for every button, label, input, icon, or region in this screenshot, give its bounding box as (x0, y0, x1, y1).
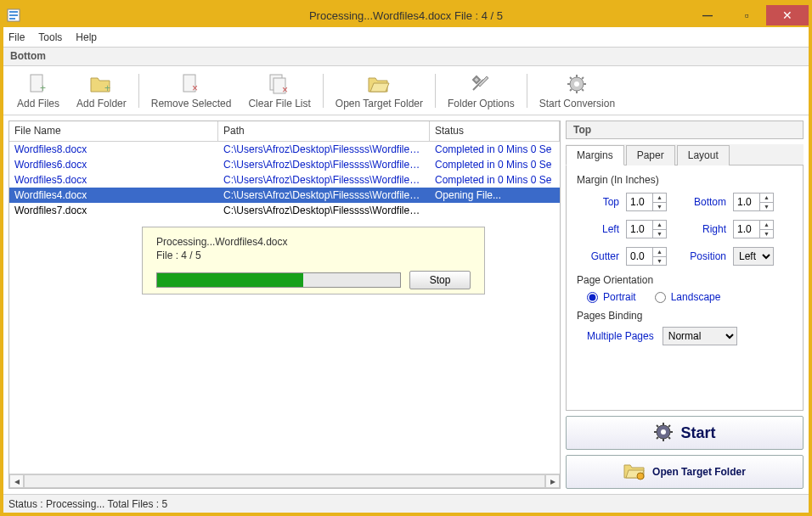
menu-file[interactable]: File (8, 31, 25, 43)
table-row[interactable]: Wordfiles7.docxC:\Users\Afroz\Desktop\Fi… (9, 203, 560, 218)
open-target-folder-big-button[interactable]: Open Target Folder (566, 455, 804, 489)
folder-open-icon (365, 72, 392, 96)
margin-right-label: Right (679, 223, 726, 235)
svg-line-18 (570, 77, 572, 79)
file-name-cell[interactable]: Wordfiles7.docx (9, 204, 218, 217)
gutter-position-select[interactable]: Left (733, 247, 774, 266)
margin-bottom-input[interactable]: ▲▼ (733, 193, 774, 211)
col-header-path[interactable]: Path (218, 121, 430, 141)
file-name-cell[interactable]: Wordfiles6.docx (9, 158, 218, 171)
file-status-cell: Completed in 0 Mins 0 Se (430, 173, 560, 187)
svg-line-20 (570, 89, 572, 91)
margin-gutter-label: Gutter (577, 250, 619, 262)
file-status-cell: Completed in 0 Mins 0 Se (430, 158, 560, 171)
margin-top-input[interactable]: ▲▼ (626, 193, 667, 211)
table-row[interactable]: Wordfiles8.docxC:\Users\Afroz\Desktop\Fi… (9, 142, 560, 157)
statusbar: Status : Processing... Total Files : 5 (3, 494, 809, 513)
margin-group-label: Margin (In Inches) (577, 174, 792, 186)
svg-point-13 (574, 81, 579, 87)
file-name-cell[interactable]: Wordfiles4.docx (9, 188, 218, 202)
file-name-cell[interactable]: Wordfiles8.docx (9, 143, 218, 156)
multiple-pages-label: Multiple Pages (587, 330, 654, 342)
svg-line-19 (582, 89, 584, 91)
grid-header: File Name Path Status (9, 121, 560, 142)
scroll-track[interactable] (24, 474, 545, 488)
multiple-pages-select[interactable]: Normal (663, 327, 737, 345)
gutter-position-label: Position (679, 250, 726, 262)
section-bottom-label: Bottom (3, 48, 809, 66)
remove-selected-button[interactable]: × Remove Selected (143, 70, 240, 111)
gear-icon (653, 422, 674, 445)
scroll-left-icon[interactable]: ◂ (9, 474, 24, 488)
binding-header: Pages Binding (577, 310, 792, 322)
file-name-cell[interactable]: Wordfiles5.docx (9, 173, 218, 187)
minimize-button[interactable]: — (688, 5, 727, 25)
grid-body: Wordfiles8.docxC:\Users\Afroz\Desktop\Fi… (9, 142, 560, 474)
popup-line2: File : 4 / 5 (156, 250, 471, 263)
file-remove-icon: × (178, 72, 205, 96)
folder-add-icon: + (87, 72, 115, 96)
progress-popup: Processing...Wordfiles4.docx File : 4 / … (142, 227, 485, 294)
col-header-name[interactable]: File Name (9, 121, 218, 141)
titlebar: Processing...Wordfiles4.docx File : 4 / … (3, 3, 809, 27)
start-button[interactable]: Start (566, 416, 804, 450)
file-grid: File Name Path Status Wordfiles8.docxC:\… (8, 121, 561, 489)
progress-bar (156, 272, 401, 288)
margin-left-input[interactable]: ▲▼ (626, 220, 667, 238)
file-path-cell: C:\Users\Afroz\Desktop\Filessss\Wordfile… (218, 158, 430, 171)
menu-tools[interactable]: Tools (38, 31, 62, 43)
svg-line-31 (668, 425, 670, 427)
file-path-cell: C:\Users\Afroz\Desktop\Filessss\Wordfile… (218, 188, 430, 202)
file-add-icon: + (25, 72, 52, 96)
table-row[interactable]: Wordfiles6.docxC:\Users\Afroz\Desktop\Fi… (9, 157, 560, 172)
landscape-radio[interactable]: Landscape (655, 291, 721, 303)
open-target-folder-button[interactable]: Open Target Folder (327, 70, 431, 111)
horizontal-scrollbar[interactable]: ◂ ▸ (9, 474, 560, 488)
toolbar: + Add Files + Add Folder × Remove Select… (3, 66, 809, 115)
tools-icon (467, 72, 494, 96)
svg-line-28 (657, 425, 658, 427)
start-conversion-button[interactable]: Start Conversion (531, 70, 623, 111)
folder-options-button[interactable]: Folder Options (439, 70, 523, 111)
col-header-status[interactable]: Status (430, 121, 560, 141)
gear-icon (563, 72, 590, 96)
svg-line-29 (668, 437, 670, 439)
table-row[interactable]: Wordfiles4.docxC:\Users\Afroz\Desktop\Fi… (9, 188, 560, 203)
margin-right-input[interactable]: ▲▼ (733, 220, 774, 238)
portrait-radio[interactable]: Portrait (587, 291, 636, 303)
file-status-cell (430, 210, 560, 211)
settings-panel: Margins Paper Layout Margin (In Inches) … (566, 144, 804, 411)
svg-line-21 (582, 77, 584, 79)
margins-tabpanel: Margin (In Inches) Top ▲▼ Bottom ▲▼ Left… (566, 165, 804, 411)
svg-point-23 (661, 429, 666, 435)
margin-gutter-input[interactable]: ▲▼ (626, 247, 667, 266)
file-list-clear-icon: × (266, 72, 293, 96)
folder-open-icon (623, 462, 646, 483)
status-text: Status : Processing... Total Files : 5 (8, 498, 167, 510)
scroll-right-icon[interactable]: ▸ (545, 474, 560, 488)
menubar: File Tools Help (3, 27, 809, 48)
tabs: Margins Paper Layout (566, 144, 804, 165)
svg-text:×: × (192, 82, 198, 94)
section-top-label: Top (566, 121, 804, 139)
tab-paper[interactable]: Paper (626, 145, 675, 165)
table-row[interactable]: Wordfiles5.docxC:\Users\Afroz\Desktop\Fi… (9, 172, 560, 188)
svg-text:×: × (282, 84, 288, 95)
add-folder-button[interactable]: + Add Folder (68, 70, 135, 111)
file-path-cell: C:\Users\Afroz\Desktop\Filessss\Wordfile… (218, 173, 430, 187)
close-button[interactable]: ✕ (766, 5, 809, 25)
maximize-button[interactable]: ▫ (727, 5, 766, 25)
tab-margins[interactable]: Margins (566, 145, 624, 165)
add-files-button[interactable]: + Add Files (8, 70, 68, 111)
stop-button[interactable]: Stop (409, 271, 471, 289)
clear-file-list-button[interactable]: × Clear File List (240, 70, 319, 111)
menu-help[interactable]: Help (76, 31, 97, 43)
margin-left-label: Left (577, 223, 619, 235)
tab-layout[interactable]: Layout (677, 145, 730, 165)
margin-top-label: Top (577, 196, 619, 208)
svg-point-32 (637, 473, 644, 480)
popup-line1: Processing...Wordfiles4.docx (156, 236, 471, 250)
file-status-cell: Opening File... (430, 188, 560, 202)
file-path-cell: C:\Users\Afroz\Desktop\Filessss\Wordfile… (218, 204, 430, 217)
file-status-cell: Completed in 0 Mins 0 Se (430, 143, 560, 156)
